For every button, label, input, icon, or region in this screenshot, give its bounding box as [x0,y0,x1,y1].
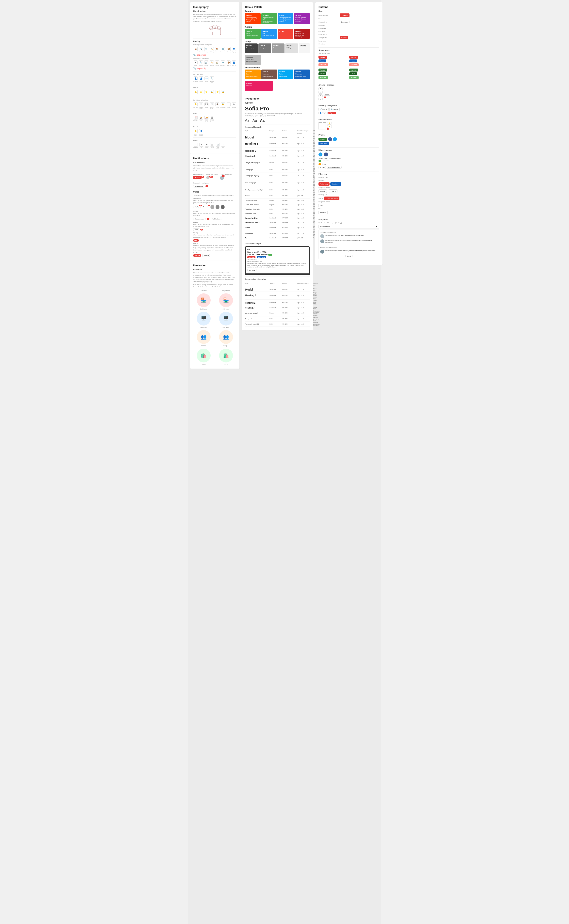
icon-home2: 🏠Home [215,47,219,53]
type-para-hl-weight: Light [269,175,281,176]
rtype-h1-size: 20pt / 1:1.5 [297,295,313,296]
feature-title: Feature [245,10,310,12]
notif-btn[interactable]: Button [193,176,202,179]
see-all-btn[interactable]: See all [345,255,353,257]
responsive-nav-title: Responsive navigation [193,57,236,59]
btn-hover-2[interactable]: Hover [349,59,357,62]
aa-bold: Aa [260,119,265,123]
btn-success-hover-1[interactable]: Hover [318,72,326,75]
group-request-btn[interactable]: Group request [193,218,205,220]
expand-col [324,90,330,98]
buying-nav-btn[interactable]: 🛒 Buying [318,108,329,111]
filter-1-btn[interactable]: Filter 1 [318,189,327,193]
arrow-down-btn[interactable]: ▼ [318,98,323,100]
illus-people-responsive: 👥 People [216,330,236,347]
appearance-title: Appearance [318,49,379,52]
macbook-see-more[interactable]: See more [247,269,256,271]
macbook-price: £700.00 + £0.00 delivery [247,254,268,256]
cross-btn-2[interactable]: ✕ [318,91,323,94]
setting-nav-btn[interactable]: ⚙️ Setting [329,108,339,111]
view-row: View 32 [318,211,379,214]
arrow-up-btn[interactable]: ▲ [318,94,323,97]
today-only-btn[interactable]: Today only [318,182,330,186]
macbook-buy-btn[interactable]: Buy now [247,256,256,258]
btn-success-pressed-2[interactable]: Pressed [349,76,359,79]
dropdown-header: Notifications ▼ [320,226,377,228]
item-act-2[interactable]: 🔔 [327,125,332,128]
rtype-model-weight: Semi-bold [269,289,281,290]
success-row-1: Normal [318,68,348,71]
desktop-nav-row-2: 👤 Log in Sign up [318,112,379,114]
btn-normal-1[interactable]: Normal [318,56,327,59]
color-misc-4: #1565C0 Messenger Messenger colour [294,70,310,79]
sell-icons: 🔔Sell buy ⏱️Count down 💬Chat ⏱️Count dow… [193,102,236,109]
btn-success-hover-2[interactable]: Hover [349,72,357,75]
macbook-offer-btn[interactable]: Make offer [257,256,266,258]
size-suggestions-btn[interactable]: Dropdown [340,21,350,23]
icon-a-1: ✓Approved [193,143,198,149]
color-misc-2: #795548 Facebook Facebook colour [262,70,277,79]
btn-pressed-2[interactable]: Pressed [349,63,359,66]
normal-row-2: Normal [349,56,379,59]
colour-palette-title: Colour Palette [245,6,310,9]
construction-desc: Paperclip uses two visual representation… [193,14,236,22]
size-dropdown-label: Dropdown [318,27,338,29]
misc-label: Twitter button [318,157,328,159]
status-row-2: Busy [318,163,379,165]
type-fixed-desc-color: #424242 [282,208,296,210]
type-full-hl-weight: Regular [269,199,281,201]
cross-btn-1[interactable]: ✕ [318,87,323,90]
following-btn[interactable]: Following [318,142,329,145]
btn-success-1[interactable]: Normal [318,68,327,71]
btn-hover-1[interactable]: Hover [318,59,326,62]
selling-notif-btn[interactable]: offer [193,239,199,242]
specials: !"#$%&'()*+,-./:;<=>?@[\]^_`{|}~€£¥€¢©®™ [245,115,310,117]
rtype-h1: Heading 1 [245,294,269,297]
view-32-btn[interactable]: View 32 [318,211,327,214]
signup-nav-btn[interactable]: Sign up [329,112,336,114]
notifications-grp-btn[interactable]: Notifications [211,218,222,220]
notif-responsive-btn[interactable]: Notifications [193,185,204,187]
type-lg-para-color: #424242 [282,162,296,163]
macbook-buttons: Buy now Make offer [247,256,307,258]
price-high-low-btn[interactable]: Price high to low [324,196,339,200]
color-action-3: #F44336 [278,29,294,39]
notifications-dropdown[interactable]: Notifications ▼ [318,225,379,229]
expand-btn[interactable] [318,122,326,130]
desktop-example-title: Desktop example [245,243,310,245]
decline-btn[interactable]: Decline [202,254,210,257]
color-feature-4: #9C27B0 Delivery systems Delivery system… [294,13,310,24]
btn-normal-2[interactable]: Normal [349,56,358,59]
login-nav-btn[interactable]: 👤 Log in [318,112,327,114]
rtype-h1-weight: Semi-bold [269,295,281,296]
middle-column: Colour Palette Feature #FF3D00 Paperclip… [242,2,313,922]
type-sm-hl-sample: Small paragraph highlight [245,189,269,191]
used-only-btn[interactable]: Used only [330,182,341,186]
item-act-1[interactable]: ⭐ [327,122,332,125]
approve-btn[interactable]: Approve [193,254,201,257]
size-large-btn[interactable]: Button [340,14,350,17]
hover-row-1: Hover [318,59,348,62]
filter-dot: • [327,190,328,192]
size-at-btn[interactable]: Button [340,36,348,39]
size-category-label: Category [318,30,338,32]
btn-success-pressed-1[interactable]: Pressed [318,76,328,79]
sort-btn[interactable]: Sort [318,204,325,207]
responsive-filter-label: Responsive filter [318,187,379,188]
rtype-model: Model [245,288,269,291]
size-structure-label: Structure [318,43,338,45]
filter-2-btn[interactable]: Filter 2 [329,189,337,193]
offer-btn[interactable]: offer [193,228,199,231]
hover-row-2: Hover [349,59,379,62]
call-btn[interactable]: 📞 Call [318,166,326,169]
book-appt-btn[interactable]: Book appointment [327,166,342,169]
responsive-sort-row: Sort [318,204,379,207]
btn-success-2[interactable]: Normal [349,68,358,71]
expand-icon [324,90,330,96]
notifications-card: Notifications Appearance The red dot bel… [190,153,239,260]
type-tag-weight: Semi-bold [269,237,281,239]
btn-pressed-1[interactable]: Pressed [318,63,328,66]
view-label: View [318,208,379,210]
type-sec-btn-sample: Secondary button [245,222,269,223]
follow-btn[interactable]: Follow [318,138,327,141]
